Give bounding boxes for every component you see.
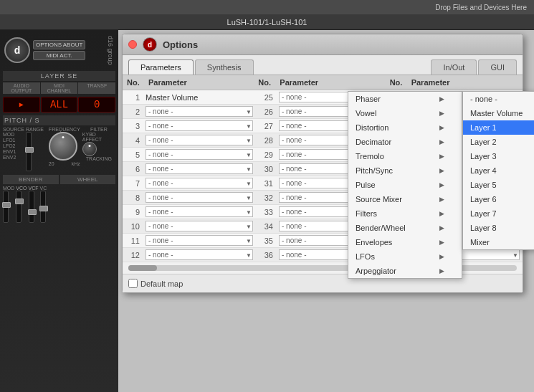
- digit-display-2: ALL: [41, 97, 78, 113]
- row-num: 12: [123, 249, 143, 261]
- dialog-tab-right: In/Out GUI: [431, 59, 517, 75]
- synth-logo: d: [4, 37, 30, 63]
- arrow-icon: ▶: [439, 239, 444, 246]
- arrow-icon: ▶: [439, 95, 444, 102]
- row-num: 6: [123, 163, 143, 175]
- default-map-checkbox[interactable]: [128, 279, 138, 288]
- midi-act-button[interactable]: MIDI ACT.: [33, 51, 85, 60]
- top-bar: Drop Files and Devices Here: [0, 0, 534, 14]
- synth-name-label: d16 group: [107, 36, 114, 65]
- lfo1-fader[interactable]: [3, 191, 9, 223]
- title-bar: LuSH-101/1-LuSH-101: [0, 14, 534, 30]
- vco-fader[interactable]: [16, 191, 22, 223]
- param-select[interactable]: - none -: [146, 221, 253, 231]
- row-num2: 33: [256, 206, 276, 218]
- sub-item-layer7[interactable]: Layer 7 ▶: [463, 206, 534, 221]
- dropdown-item-distortion[interactable]: Distortion ▶: [348, 120, 462, 135]
- default-map-label[interactable]: Default map: [128, 279, 183, 288]
- vc-fader[interactable]: [40, 191, 46, 223]
- row-num: 10: [123, 221, 143, 232]
- th-no: No.: [125, 77, 147, 87]
- sub-item-layer5[interactable]: Layer 5 ▶: [463, 178, 534, 192]
- param-select[interactable]: - none -: [146, 149, 253, 160]
- dropdown-item-vowel[interactable]: Vowel ▶: [348, 106, 462, 120]
- param-select[interactable]: - none -: [146, 235, 253, 246]
- frequency-knob[interactable]: [49, 132, 77, 161]
- sub-item-layer3[interactable]: Layer 3 ▶: [463, 149, 534, 163]
- row-num2: 27: [256, 120, 276, 132]
- dropdown-item-decimator[interactable]: Decimator ▶: [348, 135, 462, 149]
- row-num2: 26: [256, 106, 276, 118]
- dialog-close-button[interactable]: [128, 40, 137, 49]
- synth-buttons: OPTIONS ABOUT MIDI ACT.: [33, 40, 85, 60]
- sub-item-none[interactable]: - none -: [463, 92, 534, 106]
- arrow-icon: ▶: [439, 110, 444, 117]
- sub-item-layer8[interactable]: Layer 8 ▶: [463, 221, 534, 235]
- th-parameter3: Parameter: [410, 77, 520, 87]
- row-num: 3: [123, 120, 143, 132]
- row-param: - none -▼: [143, 133, 256, 147]
- synth-panel: d OPTIONS ABOUT MIDI ACT. d16 group LAYE…: [0, 30, 118, 392]
- tab-gui[interactable]: GUI: [478, 59, 517, 75]
- dropdown-item-lfos[interactable]: LFOs ▶: [348, 249, 462, 264]
- row-param: - none -▼: [143, 162, 256, 176]
- row-param: - none -▼: [143, 205, 256, 219]
- row-param: Master Volume: [143, 92, 256, 103]
- sub-item-master-volume[interactable]: Master Volume: [463, 106, 534, 120]
- dialog-logo: d: [143, 37, 157, 52]
- row-num2: 32: [256, 192, 276, 204]
- dropdown-item-phaser[interactable]: Phaser ▶: [348, 92, 462, 106]
- arrow-icon: ▶: [439, 124, 444, 131]
- dialog-footer: Default map: [123, 274, 523, 292]
- param-select[interactable]: - none -: [146, 192, 253, 203]
- scroll-thumb[interactable]: [128, 265, 157, 271]
- options-about-button[interactable]: OPTIONS ABOUT: [33, 40, 85, 49]
- row-param: - none -▼: [143, 176, 256, 190]
- param-select[interactable]: - none -: [146, 135, 253, 145]
- tab-synthesis[interactable]: Synthesis: [195, 59, 254, 75]
- main-content: d Options Parameters Synthesis In/Out G: [118, 30, 534, 392]
- sub-item-mixer[interactable]: Mixer ▶: [463, 235, 534, 249]
- dropdown-item-filters[interactable]: Filters ▶: [348, 206, 462, 221]
- row-num: 9: [123, 206, 143, 218]
- dropdown-item-tremolo[interactable]: Tremolo ▶: [348, 149, 462, 163]
- row-num: 8: [123, 192, 143, 204]
- dialog-tabs: Parameters Synthesis In/Out GUI: [123, 55, 523, 75]
- window-title: LuSH-101/1-LuSH-101: [227, 18, 307, 27]
- dropdown-item-envelopes[interactable]: Envelopes ▶: [348, 235, 462, 249]
- row-num2: 25: [256, 92, 276, 103]
- sub-item-layer1[interactable]: Layer 1 ▶: [463, 120, 534, 135]
- dialog-title-text: Options: [163, 39, 198, 50]
- vcf-fader[interactable]: [29, 191, 34, 223]
- row-param: - none -▼: [143, 119, 256, 133]
- dropdown-item-pulse[interactable]: Pulse ▶: [348, 178, 462, 192]
- param-select[interactable]: - none -: [146, 106, 253, 117]
- sub-item-layer6[interactable]: Layer 6 ▶: [463, 192, 534, 206]
- dropdown-item-pitchsync[interactable]: Pitch/Sync ▶: [348, 163, 462, 178]
- transf-label: TRANSF: [78, 82, 115, 94]
- param-select[interactable]: - none -: [146, 120, 253, 131]
- arrow-icon: ▶: [439, 138, 444, 145]
- dropdown-item-source-mixer[interactable]: Source Mixer ▶: [348, 192, 462, 206]
- dropdown-item-arpeggiator[interactable]: Arpeggiator ▶: [348, 264, 462, 278]
- param-select[interactable]: - none -: [146, 163, 253, 174]
- row-param: - none -▼: [143, 219, 256, 233]
- row-num: 7: [123, 178, 143, 189]
- arrow-icon: ▶: [439, 253, 444, 260]
- row-num2: 28: [256, 135, 276, 146]
- filter-knob[interactable]: [82, 142, 97, 156]
- sub-dropdown-menu: - none - Master Volume Layer 1 ▶ Layer 2…: [462, 91, 534, 250]
- row-num: 2: [123, 106, 143, 118]
- sub-item-layer4[interactable]: Layer 4 ▶: [463, 163, 534, 178]
- dropdown-item-bender-wheel[interactable]: Bender/Wheel ▶: [348, 221, 462, 235]
- tab-inout[interactable]: In/Out: [431, 59, 477, 75]
- arrow-icon: ▶: [439, 210, 444, 217]
- main-dropdown-menu: Phaser ▶ Vowel ▶ Distortion ▶ Decimator …: [348, 91, 462, 279]
- row-param: - none -▼: [143, 105, 256, 118]
- sub-item-layer2[interactable]: Layer 2 ▶: [463, 135, 534, 149]
- tab-parameters[interactable]: Parameters: [128, 59, 194, 75]
- param-select[interactable]: - none -: [146, 178, 253, 188]
- param-select[interactable]: - none -: [146, 206, 253, 217]
- arrow-icon: ▶: [439, 167, 444, 174]
- param-select[interactable]: - none -: [146, 249, 253, 260]
